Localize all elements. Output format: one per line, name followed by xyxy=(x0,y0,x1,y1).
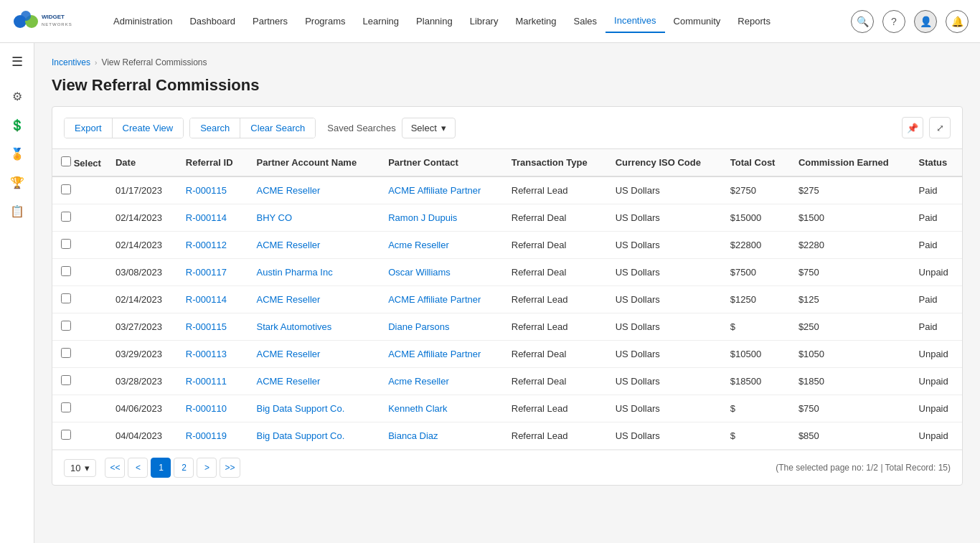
partner-account-link[interactable]: ACME Reseller xyxy=(256,185,320,196)
nav-community[interactable]: Community xyxy=(665,10,730,32)
row-checkbox[interactable] xyxy=(61,402,71,412)
partner-account-link[interactable]: ACME Reseller xyxy=(256,240,320,250)
row-partner-account: ACME Reseller xyxy=(249,368,381,395)
page-btn[interactable]: 1 xyxy=(151,458,171,478)
nav-partners[interactable]: Partners xyxy=(244,10,296,32)
row-checkbox[interactable] xyxy=(61,430,71,440)
row-checkbox-cell xyxy=(52,422,108,450)
partner-contact-link[interactable]: ACME Affiliate Partner xyxy=(388,185,481,196)
table-wrapper: Select Date Referral ID Partner Account … xyxy=(52,148,962,450)
partner-contact-link[interactable]: Kenneth Clark xyxy=(388,403,447,414)
row-checkbox-cell xyxy=(52,341,108,368)
table-row: 03/08/2023 R-000117 Austin Pharma Inc Os… xyxy=(52,259,962,286)
referral-id-link[interactable]: R-000114 xyxy=(186,212,227,223)
referral-id-link[interactable]: R-000113 xyxy=(186,349,227,359)
nav-dashboard[interactable]: Dashboard xyxy=(181,10,244,32)
row-total-cost: $1250 xyxy=(723,286,791,313)
partner-contact-link[interactable]: Acme Reseller xyxy=(388,240,449,250)
search-group: Search Clear Search xyxy=(189,118,316,138)
page-btn[interactable]: << xyxy=(105,458,125,478)
row-partner-account: ACME Reseller xyxy=(249,232,381,259)
partner-account-link[interactable]: ACME Reseller xyxy=(256,294,320,305)
partner-account-link[interactable]: Big Data Support Co. xyxy=(256,403,344,414)
select-dropdown[interactable]: Select ▾ xyxy=(402,118,456,138)
partner-contact-link[interactable]: Bianca Diaz xyxy=(388,430,438,441)
pin-icon-btn[interactable]: 📌 xyxy=(902,117,923,138)
partner-contact-link[interactable]: Diane Parsons xyxy=(388,321,449,332)
page-btn[interactable]: < xyxy=(128,458,148,478)
clear-search-button[interactable]: Clear Search xyxy=(240,118,315,138)
referral-id-link[interactable]: R-000119 xyxy=(186,430,227,441)
sidebar-badge-icon[interactable]: 🏅 xyxy=(4,141,30,166)
row-partner-account: Stark Automotives xyxy=(249,313,381,341)
partner-account-link[interactable]: ACME Reseller xyxy=(256,349,320,359)
row-checkbox[interactable] xyxy=(61,212,71,222)
row-date: 03/08/2023 xyxy=(108,259,179,286)
nav-marketing[interactable]: Marketing xyxy=(507,10,565,32)
breadcrumb-separator: › xyxy=(95,59,97,67)
partner-contact-link[interactable]: Acme Reseller xyxy=(388,376,449,387)
select-all-checkbox[interactable] xyxy=(61,156,71,166)
referral-id-link[interactable]: R-000117 xyxy=(186,267,227,278)
row-currency: US Dollars xyxy=(608,259,723,286)
nav-programs[interactable]: Programs xyxy=(296,10,354,32)
nav-administration[interactable]: Administration xyxy=(105,10,181,32)
referral-id-link[interactable]: R-000110 xyxy=(186,403,227,414)
row-checkbox[interactable] xyxy=(61,293,71,303)
row-total-cost: $18500 xyxy=(723,368,791,395)
sidebar-money-icon[interactable]: 💲 xyxy=(4,112,30,138)
sidebar-document-icon[interactable]: 📋 xyxy=(4,198,30,224)
row-checkbox[interactable] xyxy=(61,184,71,194)
partner-contact-link[interactable]: ACME Affiliate Partner xyxy=(388,349,481,359)
notification-icon-btn[interactable]: 🔔 xyxy=(946,10,969,33)
partner-account-link[interactable]: BHY CO xyxy=(256,212,292,223)
partner-contact-link[interactable]: Ramon J Dupuis xyxy=(388,212,457,223)
nav-library[interactable]: Library xyxy=(461,10,507,32)
row-checkbox[interactable] xyxy=(61,266,71,276)
referral-id-link[interactable]: R-000115 xyxy=(186,321,227,332)
per-page-select[interactable]: 10 ▾ xyxy=(64,459,96,477)
sidebar-trophy-icon[interactable]: 🏆 xyxy=(4,169,30,195)
partner-account-link[interactable]: ACME Reseller xyxy=(256,376,320,387)
row-checkbox[interactable] xyxy=(61,239,71,249)
expand-icon-btn[interactable]: ⤢ xyxy=(929,117,951,138)
chevron-down-icon: ▾ xyxy=(85,463,90,473)
sidebar-settings-icon[interactable]: ⚙ xyxy=(4,83,30,109)
partner-account-link[interactable]: Big Data Support Co. xyxy=(256,430,344,441)
page-btn[interactable]: 2 xyxy=(174,458,194,478)
partner-account-link[interactable]: Stark Automotives xyxy=(256,321,331,332)
breadcrumb-current: View Referral Commissions xyxy=(101,57,207,67)
page-btn[interactable]: >> xyxy=(220,458,240,478)
user-icon-btn[interactable]: 👤 xyxy=(914,10,937,33)
row-checkbox[interactable] xyxy=(61,321,71,331)
partner-account-link[interactable]: Austin Pharma Inc xyxy=(256,267,332,278)
row-commission-earned: $850 xyxy=(791,422,912,450)
nav-planning[interactable]: Planning xyxy=(407,10,461,32)
referral-id-link[interactable]: R-000114 xyxy=(186,294,227,305)
row-checkbox[interactable] xyxy=(61,348,71,358)
create-view-button[interactable]: Create View xyxy=(113,118,184,138)
search-icon-btn[interactable]: 🔍 xyxy=(851,10,874,33)
nav-reports[interactable]: Reports xyxy=(729,10,779,32)
referral-id-link[interactable]: R-000112 xyxy=(186,240,227,250)
partner-contact-link[interactable]: ACME Affiliate Partner xyxy=(388,294,481,305)
search-button[interactable]: Search xyxy=(190,118,240,138)
nav-learning[interactable]: Learning xyxy=(354,10,407,32)
row-checkbox[interactable] xyxy=(61,375,71,385)
row-commission-earned: $275 xyxy=(791,176,912,204)
help-icon-btn[interactable]: ? xyxy=(882,10,905,33)
export-button[interactable]: Export xyxy=(65,118,113,138)
partner-contact-link[interactable]: Oscar Williams xyxy=(388,267,451,278)
select-label: Select xyxy=(411,123,437,133)
nav-sales[interactable]: Sales xyxy=(565,10,606,32)
referral-id-link[interactable]: R-000115 xyxy=(186,185,227,196)
nav-incentives[interactable]: Incentives xyxy=(606,9,665,33)
row-transaction-type: Referral Lead xyxy=(504,176,608,204)
breadcrumb-parent[interactable]: Incentives xyxy=(52,57,90,67)
page-btn[interactable]: > xyxy=(197,458,217,478)
row-transaction-type: Referral Deal xyxy=(504,232,608,259)
row-commission-earned: $1850 xyxy=(791,368,912,395)
referral-id-link[interactable]: R-000111 xyxy=(186,376,227,387)
table-row: 04/04/2023 R-000119 Big Data Support Co.… xyxy=(52,422,962,450)
menu-icon[interactable]: ☰ xyxy=(4,49,30,75)
